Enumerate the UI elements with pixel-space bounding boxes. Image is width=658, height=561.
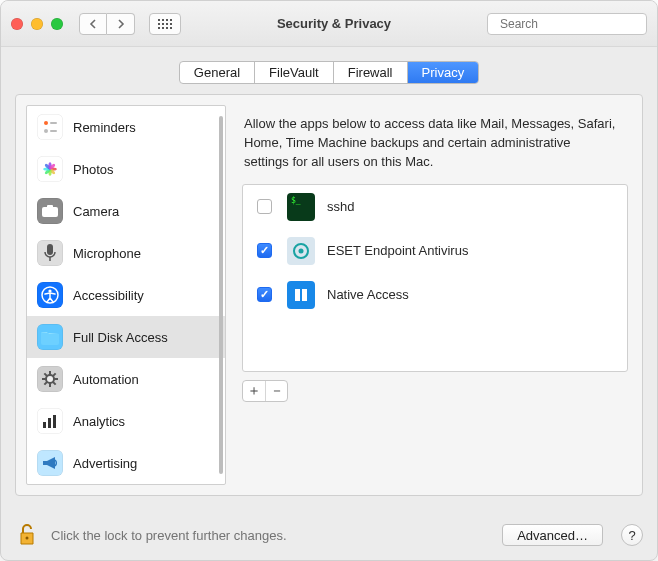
app-icon (287, 281, 315, 309)
accessibility-icon (37, 282, 63, 308)
search-field[interactable] (487, 13, 647, 35)
svg-rect-8 (158, 27, 160, 29)
sidebar-item-photos[interactable]: Photos (27, 148, 225, 190)
tab-firewall[interactable]: Firewall (334, 62, 408, 83)
tab-general[interactable]: General (180, 62, 255, 83)
svg-rect-49 (302, 289, 307, 301)
close-window-button[interactable] (11, 18, 23, 30)
search-input[interactable] (498, 16, 652, 32)
svg-rect-45 (53, 415, 56, 428)
photos-icon (37, 156, 63, 182)
app-icon: $_ (287, 193, 315, 221)
reminders-icon (37, 114, 63, 140)
sidebar-item-reminders[interactable]: Reminders (27, 106, 225, 148)
lock-button[interactable] (15, 522, 41, 548)
svg-point-16 (44, 129, 48, 133)
tab-filevault[interactable]: FileVault (255, 62, 334, 83)
analytics-icon (37, 408, 63, 434)
svg-point-32 (48, 289, 51, 292)
privacy-content: Allow the apps below to access data like… (226, 105, 632, 485)
app-name: Native Access (327, 287, 409, 302)
svg-rect-3 (170, 19, 172, 21)
remove-app-button[interactable]: － (265, 381, 287, 401)
sidebar-list[interactable]: RemindersPhotosCameraMicrophoneAccessibi… (27, 106, 225, 484)
add-remove-controls: ＋ － (242, 380, 288, 402)
privacy-sidebar: RemindersPhotosCameraMicrophoneAccessibi… (26, 105, 226, 485)
sidebar-item-label: Analytics (73, 414, 125, 429)
sidebar-item-accessibility[interactable]: Accessibility (27, 274, 225, 316)
sidebar-item-label: Accessibility (73, 288, 144, 303)
svg-point-47 (299, 248, 304, 253)
lock-open-icon (17, 523, 39, 547)
gear-icon (37, 366, 63, 392)
sidebar-item-full-disk-access[interactable]: Full Disk Access (27, 316, 225, 358)
svg-rect-28 (47, 205, 53, 208)
sidebar-item-label: Photos (73, 162, 113, 177)
tab-row: GeneralFileVaultFirewallPrivacy (1, 47, 657, 94)
show-all-button[interactable] (149, 13, 181, 35)
panel-description: Allow the apps below to access data like… (242, 111, 628, 184)
sidebar-item-automation[interactable]: Automation (27, 358, 225, 400)
sidebar-item-label: Advertising (73, 456, 137, 471)
app-checkbox[interactable] (257, 243, 272, 258)
svg-rect-2 (166, 19, 168, 21)
sidebar-scrollbar[interactable] (219, 116, 223, 474)
add-app-button[interactable]: ＋ (243, 381, 265, 401)
sidebar-item-label: Automation (73, 372, 139, 387)
sidebar-item-advertising[interactable]: Advertising (27, 442, 225, 484)
tab-privacy[interactable]: Privacy (408, 62, 479, 83)
window-controls (11, 18, 63, 30)
svg-rect-44 (48, 418, 51, 428)
sidebar-item-label: Camera (73, 204, 119, 219)
svg-rect-15 (50, 122, 57, 124)
app-checkbox[interactable] (257, 199, 272, 214)
chevron-left-icon (89, 19, 97, 29)
svg-rect-43 (43, 422, 46, 428)
advanced-button[interactable]: Advanced… (502, 524, 603, 546)
nav-back-forward (79, 13, 135, 35)
lock-message: Click the lock to prevent further change… (51, 528, 492, 543)
window-title: Security & Privacy (191, 16, 477, 31)
svg-rect-48 (295, 289, 300, 301)
svg-rect-4 (158, 23, 160, 25)
svg-rect-0 (158, 19, 160, 21)
forward-button[interactable] (107, 13, 135, 35)
app-list[interactable]: $_sshdESET Endpoint AntivirusNative Acce… (242, 184, 628, 372)
chevron-right-icon (117, 19, 125, 29)
tabs: GeneralFileVaultFirewallPrivacy (179, 61, 479, 84)
app-row-native-access[interactable]: Native Access (243, 273, 627, 317)
svg-rect-17 (50, 130, 57, 132)
sidebar-item-label: Full Disk Access (73, 330, 168, 345)
zoom-window-button[interactable] (51, 18, 63, 30)
svg-point-50 (26, 537, 29, 540)
svg-rect-11 (170, 27, 172, 29)
svg-point-27 (47, 209, 53, 215)
svg-rect-1 (162, 19, 164, 21)
privacy-panel: RemindersPhotosCameraMicrophoneAccessibi… (15, 94, 643, 496)
svg-rect-9 (162, 27, 164, 29)
svg-rect-7 (170, 23, 172, 25)
help-button[interactable]: ? (621, 524, 643, 546)
app-name: sshd (327, 199, 354, 214)
app-row-sshd[interactable]: $_sshd (243, 185, 627, 229)
svg-point-42 (47, 376, 53, 382)
megaphone-icon (37, 450, 63, 476)
svg-rect-5 (162, 23, 164, 25)
back-button[interactable] (79, 13, 107, 35)
sidebar-item-microphone[interactable]: Microphone (27, 232, 225, 274)
svg-point-14 (44, 121, 48, 125)
camera-icon (37, 198, 63, 224)
app-name: ESET Endpoint Antivirus (327, 243, 468, 258)
footer: Click the lock to prevent further change… (1, 510, 657, 560)
sidebar-item-label: Reminders (73, 120, 136, 135)
folder-icon (37, 324, 63, 350)
svg-rect-10 (166, 27, 168, 29)
sidebar-item-camera[interactable]: Camera (27, 190, 225, 232)
app-checkbox[interactable] (257, 287, 272, 302)
sidebar-item-analytics[interactable]: Analytics (27, 400, 225, 442)
titlebar: Security & Privacy (1, 1, 657, 47)
minimize-window-button[interactable] (31, 18, 43, 30)
svg-rect-6 (166, 23, 168, 25)
app-icon (287, 237, 315, 265)
app-row-eset-endpoint-antivirus[interactable]: ESET Endpoint Antivirus (243, 229, 627, 273)
